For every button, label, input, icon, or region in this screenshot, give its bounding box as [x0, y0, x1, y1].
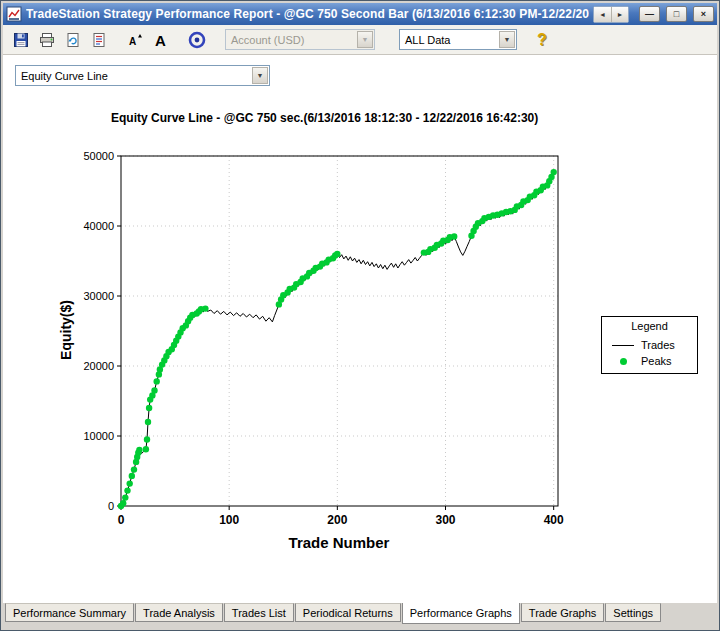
- peak-dot: [145, 419, 151, 425]
- x-tick-label: 200: [327, 513, 347, 527]
- account-select[interactable]: Account (USD) ▼: [225, 29, 375, 50]
- y-tick-label: 0: [108, 500, 114, 512]
- refresh-report-icon: [65, 32, 81, 48]
- font-decrease-button[interactable]: A: [123, 28, 147, 52]
- refresh-report-button[interactable]: [61, 28, 85, 52]
- report-back-button[interactable]: ◄: [594, 7, 611, 22]
- tab-periodical-returns[interactable]: Periodical Returns: [295, 603, 401, 622]
- font-decrease-icon: A: [126, 31, 144, 49]
- x-tick-label: 0: [118, 513, 125, 527]
- print-button[interactable]: [35, 28, 59, 52]
- svg-text:A: A: [155, 32, 166, 49]
- tab-settings[interactable]: Settings: [605, 603, 661, 622]
- dropdown-arrow-icon: ▼: [499, 31, 515, 48]
- format-report-button[interactable]: [87, 28, 111, 52]
- graph-type-select-value: Equity Curve Line: [21, 70, 108, 82]
- peak-dot: [127, 480, 133, 486]
- plot-frame: [121, 156, 558, 506]
- y-tick-label: 40000: [83, 220, 114, 232]
- peak-dot: [334, 251, 340, 257]
- x-tick-label: 400: [544, 513, 564, 527]
- peak-dot: [129, 473, 135, 479]
- app-icon: [6, 6, 22, 22]
- legend-entry-trades: Trades: [602, 337, 697, 353]
- legend-trades-label: Trades: [641, 339, 675, 351]
- tab-trades-list[interactable]: Trades List: [224, 603, 294, 622]
- tab-performance-summary[interactable]: Performance Summary: [5, 603, 134, 622]
- print-icon: [39, 32, 55, 48]
- y-tick-label: 50000: [83, 150, 114, 162]
- peak-dot: [146, 405, 152, 411]
- svg-text:A: A: [129, 36, 136, 47]
- peak-dot: [122, 494, 128, 500]
- help-button[interactable]: ?: [537, 31, 547, 49]
- report-forward-button[interactable]: ►: [611, 7, 628, 22]
- peak-dot: [144, 436, 150, 442]
- y-tick-label: 30000: [83, 290, 114, 302]
- peak-dot: [136, 447, 142, 453]
- x-tick-label: 300: [435, 513, 455, 527]
- peak-dot: [131, 466, 137, 472]
- help-icon: ?: [537, 31, 547, 48]
- peak-dot: [154, 378, 160, 384]
- chart-title: Equity Curve Line - @GC 750 sec.(6/13/20…: [111, 111, 538, 125]
- peak-dot: [151, 387, 157, 393]
- minimize-button[interactable]: —: [639, 6, 660, 22]
- dropdown-arrow-icon: ▼: [357, 31, 373, 48]
- equity-curve-chart: 010000200003000040000500000100200300400: [63, 145, 578, 577]
- peak-dot: [451, 233, 457, 239]
- peak-dot: [551, 169, 557, 175]
- peak-dot: [124, 487, 130, 493]
- legend-title: Legend: [602, 320, 697, 332]
- x-axis-title: Trade Number: [239, 534, 439, 551]
- report-nav-group: ◄ ►: [593, 6, 629, 23]
- peak-dot: [120, 500, 126, 506]
- bullseye-icon: [188, 31, 206, 49]
- legend: Legend Trades Peaks: [601, 316, 698, 374]
- data-range-select[interactable]: ALL Data ▼: [399, 29, 517, 50]
- equity-line: [121, 172, 554, 506]
- toolbar: A A Account (USD) ▼ ALL Data ▼ ?: [3, 25, 717, 55]
- tab-trade-analysis[interactable]: Trade Analysis: [135, 603, 223, 622]
- x-tick-label: 100: [219, 513, 239, 527]
- data-range-select-value: ALL Data: [405, 34, 450, 46]
- save-icon: [13, 32, 29, 48]
- legend-trades-line-symbol: [612, 345, 634, 346]
- peak-dot: [202, 305, 208, 311]
- legend-entry-peaks: Peaks: [602, 353, 697, 369]
- y-tick-label: 10000: [83, 430, 114, 442]
- legend-peaks-label: Peaks: [641, 355, 672, 367]
- tab-trade-graphs[interactable]: Trade Graphs: [521, 603, 604, 622]
- title-bar[interactable]: TradeStation Strategy Performance Report…: [3, 3, 717, 25]
- legend-peaks-dot: [620, 358, 627, 365]
- peak-dot: [143, 446, 149, 452]
- tradestation-window: TradeStation Strategy Performance Report…: [0, 0, 720, 631]
- window-title: TradeStation Strategy Performance Report…: [26, 7, 589, 21]
- tab-performance-graphs[interactable]: Performance Graphs: [402, 602, 520, 624]
- bullseye-button[interactable]: [185, 28, 209, 52]
- format-report-icon: [91, 32, 107, 48]
- graph-type-select[interactable]: Equity Curve Line ▼: [15, 65, 270, 86]
- maximize-button[interactable]: □: [666, 6, 687, 22]
- y-axis-title: Equity($): [58, 155, 74, 505]
- account-select-value: Account (USD): [231, 34, 304, 46]
- dropdown-arrow-icon: ▼: [252, 67, 268, 84]
- tab-strip: Performance Summary Trade Analysis Trade…: [3, 603, 717, 628]
- close-button[interactable]: ×: [693, 6, 714, 22]
- save-button[interactable]: [9, 28, 33, 52]
- font-increase-button[interactable]: A: [149, 28, 173, 52]
- report-content: Equity Curve Line ▼ Equity Curve Line - …: [3, 55, 717, 603]
- font-increase-icon: A: [152, 31, 170, 49]
- y-tick-label: 20000: [83, 360, 114, 372]
